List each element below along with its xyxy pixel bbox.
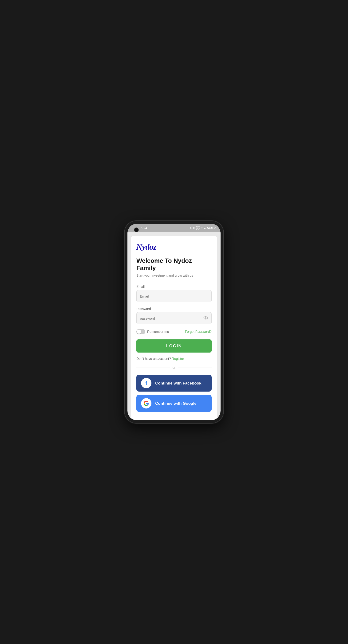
home-indicator <box>162 418 186 418</box>
password-wrapper <box>136 312 212 324</box>
google-icon <box>143 400 149 406</box>
toggle-password-icon[interactable] <box>203 316 208 321</box>
divider-line-left <box>136 368 170 368</box>
login-button[interactable]: LOGIN <box>136 340 212 352</box>
divider: or <box>136 366 212 370</box>
register-prompt: Don't have an account? <box>136 357 171 360</box>
phone-inner: 5:24 ⊕ ✱ 0.00KB/S ▾ ▲ 54% ⊙ Nydoz Welcom… <box>127 224 221 420</box>
status-bar: 5:24 ⊕ ✱ 0.00KB/S ▾ ▲ 54% ⊙ <box>127 224 221 232</box>
signal-icon: ▲ <box>204 226 206 230</box>
google-login-button[interactable]: Continue with Google <box>136 395 212 412</box>
email-input[interactable] <box>136 290 212 302</box>
remember-toggle[interactable] <box>136 329 145 334</box>
remember-row: Remember me Forgot Password? <box>136 329 212 334</box>
google-button-label: Continue with Google <box>155 401 197 406</box>
app-logo: Nydoz <box>136 242 212 252</box>
register-row: Don't have an account? Register <box>136 357 212 360</box>
facebook-login-button[interactable]: f Continue with Facebook <box>136 375 212 392</box>
email-label: Email <box>136 285 212 288</box>
data-icon: 0.00KB/S <box>196 226 201 230</box>
register-link[interactable]: Register <box>172 357 184 360</box>
password-label: Password <box>136 307 212 311</box>
side-button <box>223 263 224 275</box>
screen-content: Nydoz Welcome To Nydoz Family Start your… <box>127 232 221 420</box>
forgot-password-link[interactable]: Forgot Password? <box>185 330 212 334</box>
status-icons: ⊕ ✱ 0.00KB/S ▾ ▲ 54% ⊙ <box>190 226 216 230</box>
welcome-subtitle: Start your investment and grow with us <box>136 274 212 277</box>
camera-hole <box>134 228 139 232</box>
facebook-icon: f <box>145 380 147 387</box>
remember-label: Remember me <box>147 330 169 334</box>
google-icon-circle <box>141 398 151 408</box>
wifi-icon: ▾ <box>201 226 203 230</box>
password-field-group: Password <box>136 307 212 324</box>
status-time: 5:24 <box>141 226 147 230</box>
battery-icon: ⊙ <box>214 226 216 230</box>
facebook-icon-circle: f <box>141 378 151 388</box>
facebook-button-label: Continue with Facebook <box>155 381 201 386</box>
battery-level: 54% <box>207 226 213 230</box>
app-card: Nydoz Welcome To Nydoz Family Start your… <box>131 236 217 420</box>
password-input[interactable] <box>136 312 212 324</box>
sync-icon: ⊕ <box>190 226 192 230</box>
phone-frame: 5:24 ⊕ ✱ 0.00KB/S ▾ ▲ 54% ⊙ Nydoz Welcom… <box>125 221 223 423</box>
remember-left: Remember me <box>136 329 169 334</box>
email-field-group: Email <box>136 285 212 302</box>
bluetooth-icon: ✱ <box>193 226 195 230</box>
divider-text: or <box>173 366 175 370</box>
welcome-heading: Welcome To Nydoz Family <box>136 257 212 272</box>
divider-line-right <box>178 368 212 368</box>
